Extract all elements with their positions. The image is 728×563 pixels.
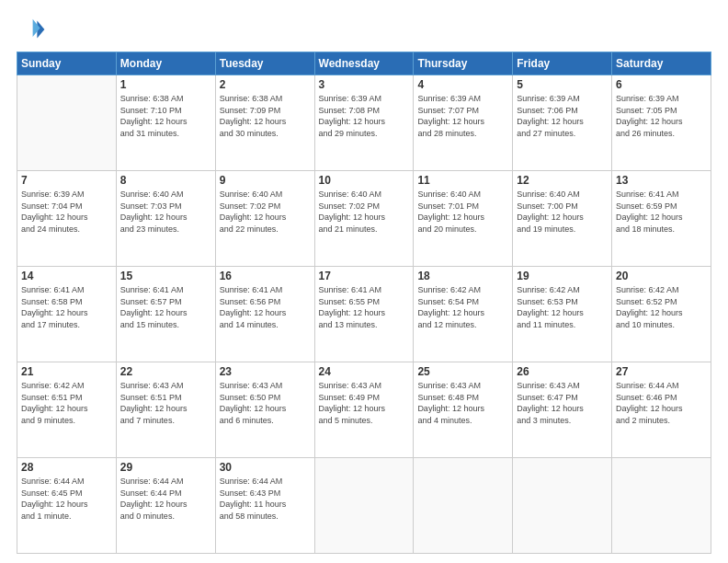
day-info: Sunrise: 6:42 AM Sunset: 6:51 PM Dayligh…: [21, 380, 112, 426]
day-info: Sunrise: 6:41 AM Sunset: 6:59 PM Dayligh…: [616, 189, 707, 235]
day-info: Sunrise: 6:42 AM Sunset: 6:54 PM Dayligh…: [417, 284, 508, 330]
day-info: Sunrise: 6:41 AM Sunset: 6:58 PM Dayligh…: [21, 284, 112, 330]
day-info: Sunrise: 6:44 AM Sunset: 6:44 PM Dayligh…: [120, 476, 211, 522]
day-info: Sunrise: 6:40 AM Sunset: 7:03 PM Dayligh…: [120, 189, 211, 235]
day-info: Sunrise: 6:40 AM Sunset: 7:00 PM Dayligh…: [517, 189, 608, 235]
day-number: 6: [616, 78, 707, 91]
day-info: Sunrise: 6:44 AM Sunset: 6:46 PM Dayligh…: [616, 380, 707, 426]
day-info: Sunrise: 6:40 AM Sunset: 7:01 PM Dayligh…: [417, 189, 508, 235]
calendar-cell: 6Sunrise: 6:39 AM Sunset: 7:05 PM Daylig…: [612, 75, 711, 171]
day-info: Sunrise: 6:40 AM Sunset: 7:02 PM Dayligh…: [220, 189, 311, 235]
day-info: Sunrise: 6:38 AM Sunset: 7:09 PM Dayligh…: [220, 93, 311, 139]
calendar-cell: 23Sunrise: 6:43 AM Sunset: 6:50 PM Dayli…: [215, 362, 314, 458]
calendar-cell: 18Sunrise: 6:42 AM Sunset: 6:54 PM Dayli…: [414, 267, 513, 362]
calendar-cell: 7Sunrise: 6:39 AM Sunset: 7:04 PM Daylig…: [17, 171, 117, 267]
weekday-header-saturday: Saturday: [612, 52, 711, 75]
calendar-cell: 29Sunrise: 6:44 AM Sunset: 6:44 PM Dayli…: [116, 458, 215, 554]
calendar-week-row: 1Sunrise: 6:38 AM Sunset: 7:10 PM Daylig…: [17, 75, 711, 171]
logo: [17, 15, 50, 44]
calendar-cell: 28Sunrise: 6:44 AM Sunset: 6:45 PM Dayli…: [17, 458, 117, 554]
calendar-cell: 16Sunrise: 6:41 AM Sunset: 6:56 PM Dayli…: [215, 267, 314, 362]
day-number: 3: [319, 78, 410, 91]
calendar-cell: 27Sunrise: 6:44 AM Sunset: 6:46 PM Dayli…: [612, 362, 711, 458]
calendar-cell: 20Sunrise: 6:42 AM Sunset: 6:52 PM Dayli…: [612, 267, 711, 362]
calendar-cell: 21Sunrise: 6:42 AM Sunset: 6:51 PM Dayli…: [17, 362, 117, 458]
calendar-cell: 5Sunrise: 6:39 AM Sunset: 7:06 PM Daylig…: [513, 75, 612, 171]
calendar-cell: 19Sunrise: 6:42 AM Sunset: 6:53 PM Dayli…: [513, 267, 612, 362]
calendar-cell: 25Sunrise: 6:43 AM Sunset: 6:48 PM Dayli…: [414, 362, 513, 458]
day-info: Sunrise: 6:41 AM Sunset: 6:57 PM Dayligh…: [120, 284, 211, 330]
day-info: Sunrise: 6:39 AM Sunset: 7:06 PM Dayligh…: [517, 93, 608, 139]
calendar-cell: 10Sunrise: 6:40 AM Sunset: 7:02 PM Dayli…: [314, 171, 414, 267]
day-number: 20: [616, 270, 707, 282]
day-number: 5: [517, 78, 608, 91]
day-info: Sunrise: 6:39 AM Sunset: 7:04 PM Dayligh…: [21, 189, 112, 235]
calendar-week-row: 14Sunrise: 6:41 AM Sunset: 6:58 PM Dayli…: [17, 267, 711, 362]
day-info: Sunrise: 6:41 AM Sunset: 6:56 PM Dayligh…: [220, 284, 311, 330]
calendar-cell: 2Sunrise: 6:38 AM Sunset: 7:09 PM Daylig…: [215, 75, 314, 171]
day-number: 7: [21, 174, 112, 187]
day-info: Sunrise: 6:42 AM Sunset: 6:53 PM Dayligh…: [517, 284, 608, 330]
day-info: Sunrise: 6:41 AM Sunset: 6:55 PM Dayligh…: [319, 284, 410, 330]
day-number: 27: [616, 365, 707, 378]
day-number: 28: [21, 461, 112, 474]
calendar-cell: 11Sunrise: 6:40 AM Sunset: 7:01 PM Dayli…: [414, 171, 513, 267]
day-number: 12: [517, 174, 608, 187]
weekday-header-tuesday: Tuesday: [215, 52, 314, 75]
page: SundayMondayTuesdayWednesdayThursdayFrid…: [0, 0, 728, 563]
day-info: Sunrise: 6:43 AM Sunset: 6:50 PM Dayligh…: [220, 380, 311, 426]
day-info: Sunrise: 6:44 AM Sunset: 6:45 PM Dayligh…: [21, 476, 112, 522]
calendar-cell: 8Sunrise: 6:40 AM Sunset: 7:03 PM Daylig…: [116, 171, 215, 267]
calendar-week-row: 7Sunrise: 6:39 AM Sunset: 7:04 PM Daylig…: [17, 171, 711, 267]
calendar-cell: 22Sunrise: 6:43 AM Sunset: 6:51 PM Dayli…: [116, 362, 215, 458]
weekday-header-friday: Friday: [513, 52, 612, 75]
day-number: 25: [417, 365, 508, 378]
calendar-cell: 15Sunrise: 6:41 AM Sunset: 6:57 PM Dayli…: [116, 267, 215, 362]
calendar-cell: 30Sunrise: 6:44 AM Sunset: 6:43 PM Dayli…: [215, 458, 314, 554]
day-info: Sunrise: 6:40 AM Sunset: 7:02 PM Dayligh…: [319, 189, 410, 235]
day-number: 18: [417, 270, 508, 282]
calendar-cell: 4Sunrise: 6:39 AM Sunset: 7:07 PM Daylig…: [414, 75, 513, 171]
day-number: 14: [21, 270, 112, 282]
calendar-cell: [314, 458, 414, 554]
day-number: 11: [417, 174, 508, 187]
weekday-header-wednesday: Wednesday: [314, 52, 414, 75]
header: [17, 15, 711, 44]
day-info: Sunrise: 6:44 AM Sunset: 6:43 PM Dayligh…: [220, 476, 311, 522]
day-number: 26: [517, 365, 608, 378]
weekday-header-monday: Monday: [116, 52, 215, 75]
day-number: 13: [616, 174, 707, 187]
calendar-cell: 1Sunrise: 6:38 AM Sunset: 7:10 PM Daylig…: [116, 75, 215, 171]
calendar-week-row: 21Sunrise: 6:42 AM Sunset: 6:51 PM Dayli…: [17, 362, 711, 458]
calendar-cell: 24Sunrise: 6:43 AM Sunset: 6:49 PM Dayli…: [314, 362, 414, 458]
calendar-cell: [414, 458, 513, 554]
calendar-week-row: 28Sunrise: 6:44 AM Sunset: 6:45 PM Dayli…: [17, 458, 711, 554]
day-info: Sunrise: 6:43 AM Sunset: 6:47 PM Dayligh…: [517, 380, 608, 426]
calendar-cell: 3Sunrise: 6:39 AM Sunset: 7:08 PM Daylig…: [314, 75, 414, 171]
day-info: Sunrise: 6:43 AM Sunset: 6:51 PM Dayligh…: [120, 380, 211, 426]
day-number: 8: [120, 174, 211, 187]
calendar-cell: 13Sunrise: 6:41 AM Sunset: 6:59 PM Dayli…: [612, 171, 711, 267]
day-number: 15: [120, 270, 211, 282]
calendar-cell: 17Sunrise: 6:41 AM Sunset: 6:55 PM Dayli…: [314, 267, 414, 362]
day-number: 2: [220, 78, 311, 91]
day-number: 17: [319, 270, 410, 282]
day-number: 10: [319, 174, 410, 187]
day-info: Sunrise: 6:39 AM Sunset: 7:05 PM Dayligh…: [616, 93, 707, 139]
calendar-cell: 14Sunrise: 6:41 AM Sunset: 6:58 PM Dayli…: [17, 267, 117, 362]
calendar-cell: [17, 75, 117, 171]
day-info: Sunrise: 6:39 AM Sunset: 7:07 PM Dayligh…: [417, 93, 508, 139]
day-info: Sunrise: 6:38 AM Sunset: 7:10 PM Dayligh…: [120, 93, 211, 139]
day-info: Sunrise: 6:43 AM Sunset: 6:48 PM Dayligh…: [417, 380, 508, 426]
calendar-cell: [513, 458, 612, 554]
weekday-header-row: SundayMondayTuesdayWednesdayThursdayFrid…: [17, 52, 711, 75]
day-number: 1: [120, 78, 211, 91]
logo-icon: [17, 15, 46, 44]
calendar-cell: 9Sunrise: 6:40 AM Sunset: 7:02 PM Daylig…: [215, 171, 314, 267]
day-number: 22: [120, 365, 211, 378]
day-number: 21: [21, 365, 112, 378]
calendar-cell: [612, 458, 711, 554]
weekday-header-thursday: Thursday: [414, 52, 513, 75]
day-info: Sunrise: 6:42 AM Sunset: 6:52 PM Dayligh…: [616, 284, 707, 330]
day-number: 29: [120, 461, 211, 474]
